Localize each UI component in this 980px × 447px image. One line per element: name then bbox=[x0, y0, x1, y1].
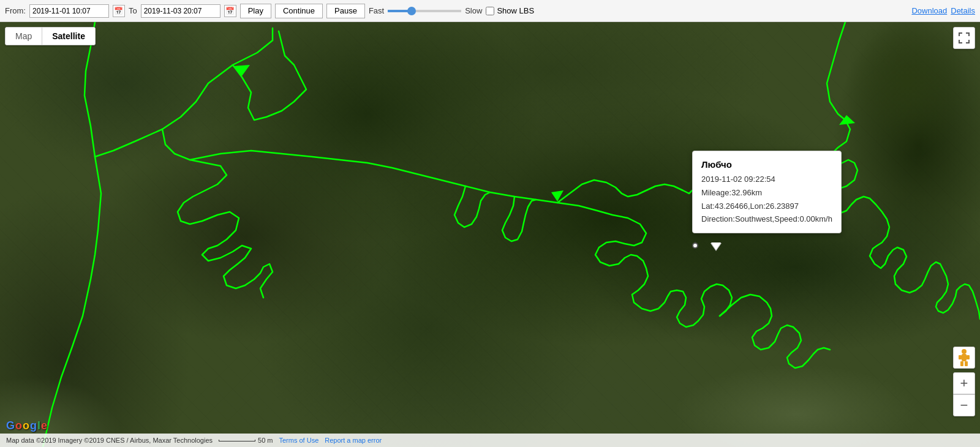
google-logo: Google bbox=[6, 419, 48, 432]
from-calendar-icon[interactable]: 📅 bbox=[113, 5, 125, 17]
bottom-bar: Map data ©2019 Imagery ©2019 CNES / Airb… bbox=[0, 434, 980, 447]
map-container[interactable]: Любчо 2019-11-02 09:22:54 Mileage:32.96k… bbox=[0, 22, 980, 447]
to-label: To bbox=[129, 6, 137, 15]
zoom-controls: + − bbox=[953, 372, 975, 416]
slow-label: Slow bbox=[465, 6, 482, 15]
pegman-icon[interactable] bbox=[953, 347, 975, 369]
report-map-error-link[interactable]: Report a map error bbox=[325, 437, 382, 444]
scale-line bbox=[219, 440, 255, 441]
zoom-in-button[interactable]: + bbox=[953, 372, 975, 394]
popup-direction-speed: Direction:Southwest,Speed:0.00km/h bbox=[701, 213, 832, 226]
popup-mileage: Mileage:32.96km bbox=[701, 187, 832, 200]
terms-of-use-link[interactable]: Terms of Use bbox=[279, 437, 319, 444]
scale-label: 50 m bbox=[258, 437, 273, 444]
map-type-satellite-button[interactable]: Satellite bbox=[42, 28, 95, 45]
to-date-input[interactable] bbox=[141, 4, 221, 18]
map-background bbox=[0, 22, 980, 447]
map-data-attribution: Map data ©2019 Imagery ©2019 CNES / Airb… bbox=[6, 437, 213, 444]
show-lbs-checkbox[interactable] bbox=[486, 7, 494, 15]
zoom-out-button[interactable]: − bbox=[953, 394, 975, 416]
svg-point-4 bbox=[962, 349, 967, 354]
map-type-switcher: Map Satellite bbox=[5, 27, 96, 45]
from-date-input[interactable] bbox=[29, 4, 109, 18]
map-type-map-button[interactable]: Map bbox=[6, 28, 42, 45]
continue-button[interactable]: Continue bbox=[275, 4, 323, 18]
play-button[interactable]: Play bbox=[240, 4, 271, 18]
popup-title: Любчо bbox=[701, 157, 832, 172]
speed-slider[interactable] bbox=[388, 10, 461, 12]
svg-rect-5 bbox=[962, 354, 967, 361]
fullscreen-button[interactable] bbox=[953, 27, 975, 49]
popup-latlon: Lat:43.26466,Lon:26.23897 bbox=[701, 200, 832, 213]
download-link[interactable]: Download bbox=[911, 6, 947, 15]
from-label: From: bbox=[5, 6, 26, 15]
to-calendar-icon[interactable]: 📅 bbox=[224, 5, 236, 17]
track-marker bbox=[692, 242, 698, 249]
popup-body: 2019-11-02 09:22:54 Mileage:32.96km Lat:… bbox=[701, 173, 832, 226]
show-lbs-text: Show LBS bbox=[497, 6, 534, 15]
svg-rect-9 bbox=[967, 355, 970, 359]
svg-rect-6 bbox=[960, 361, 963, 366]
popup-datetime: 2019-11-02 09:22:54 bbox=[701, 173, 832, 186]
svg-rect-7 bbox=[965, 361, 968, 366]
details-link[interactable]: Details bbox=[951, 6, 975, 15]
scale-bar: 50 m bbox=[219, 437, 273, 444]
toolbar: From: 📅 To 📅 Play Continue Pause Fast Sl… bbox=[0, 0, 980, 22]
fast-label: Fast bbox=[369, 6, 384, 15]
svg-rect-8 bbox=[959, 355, 962, 359]
pause-button[interactable]: Pause bbox=[326, 4, 365, 18]
info-popup: Любчо 2019-11-02 09:22:54 Mileage:32.96k… bbox=[692, 151, 842, 233]
show-lbs-label[interactable]: Show LBS bbox=[486, 6, 534, 15]
